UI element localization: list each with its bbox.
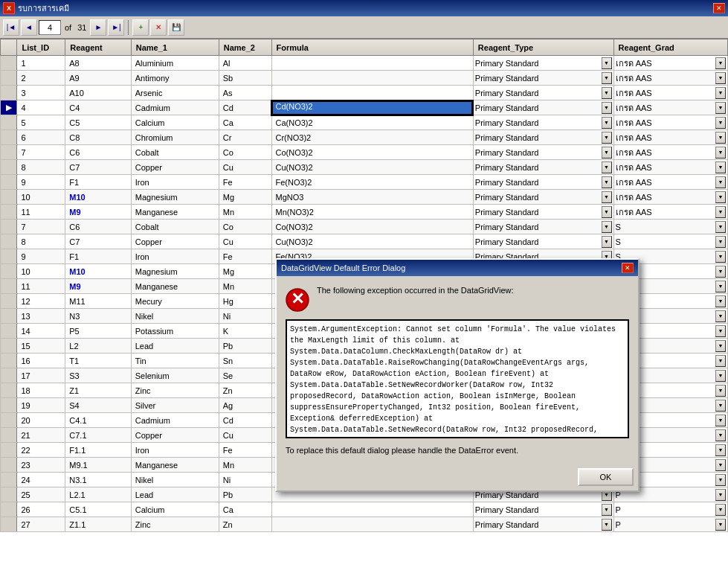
error-dialog: DataGridView Default Error Dialog ✕ ✕ Th… (275, 258, 640, 492)
dialog-overlay: DataGridView Default Error Dialog ✕ ✕ Th… (0, 39, 728, 582)
last-record-button[interactable]: ►| (108, 19, 124, 36)
main-content: List_ID Reagent Name_1 Name_2 Formula Re… (0, 39, 728, 582)
save-record-button[interactable]: 💾 (168, 19, 184, 36)
dialog-title: DataGridView Default Error Dialog (281, 263, 405, 272)
window-title: รบการสารเคมี (18, 1, 69, 15)
dialog-title-bar: DataGridView Default Error Dialog ✕ (277, 260, 638, 276)
dialog-close-button[interactable]: ✕ (622, 263, 634, 273)
window-close-button[interactable]: ✕ (713, 3, 725, 13)
of-label: of (65, 23, 71, 32)
ok-button[interactable]: OK (578, 468, 634, 486)
add-record-button[interactable]: + (132, 19, 149, 36)
first-record-button[interactable]: |◄ (3, 19, 19, 36)
svg-text:✕: ✕ (291, 290, 304, 308)
next-record-button[interactable]: ► (90, 19, 106, 36)
prev-record-button[interactable]: ◄ (21, 19, 37, 36)
toolbar-separator-1 (128, 20, 129, 35)
app-icon: X (3, 2, 15, 14)
exception-text-box[interactable]: System.ArgumentException: Cannot set col… (286, 319, 629, 438)
dialog-top-section: ✕ The following exception occurred in th… (286, 285, 629, 312)
dialog-body: ✕ The following exception occurred in th… (277, 276, 638, 464)
current-record-input[interactable]: 4 (39, 20, 61, 35)
toolbar: |◄ ◄ 4 of 31 ► ►| + ✕ 💾 (0, 16, 728, 39)
error-icon: ✕ (286, 288, 309, 312)
dialog-header-message: The following exception occurred in the … (317, 285, 514, 296)
delete-record-button[interactable]: ✕ (150, 19, 167, 36)
total-records-label: 31 (77, 23, 86, 32)
dialog-button-area: OK (277, 464, 638, 490)
dialog-footer-message: To replace this default dialog please ha… (286, 446, 629, 455)
title-bar: X รบการสารเคมี ✕ (0, 0, 728, 16)
